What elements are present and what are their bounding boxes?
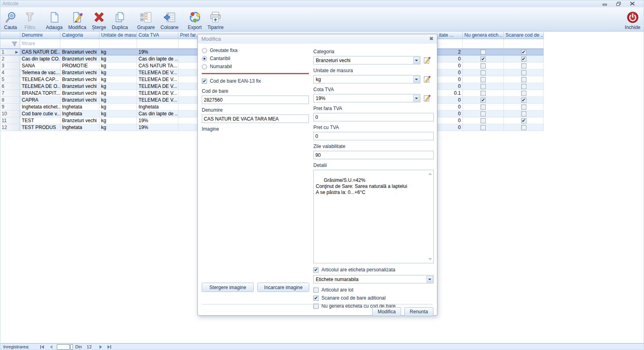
scanare-checkbox[interactable]: ✔ [521,104,526,110]
row-number: 10 [2,111,18,117]
filter-input[interactable] [60,39,99,48]
ean13-checkbox-row[interactable]: ✔ Cod de bare EAN-13 fix [202,77,309,85]
toolbar-button-duplica[interactable]: Duplica [109,8,130,31]
scanare-checkbox[interactable]: ✔ [521,77,526,82]
previous-record-icon[interactable] [48,344,54,349]
next-record-icon[interactable] [97,344,104,349]
column-header-scanare[interactable]: Scanare cod de ... [504,32,544,39]
pret-cu-tva-input[interactable]: 0 [313,132,434,140]
toolbar-button-sterge[interactable]: Șterge [89,8,109,31]
chevron-down-icon[interactable] [413,76,420,83]
filter-input[interactable]: filtrare [20,39,60,48]
nu-genera-checkbox[interactable]: ✔ [480,50,486,55]
categoria-edit-icon[interactable] [423,56,431,65]
first-record-icon[interactable] [39,344,46,349]
restore-icon[interactable] [615,1,622,6]
nu-genera-checkbox[interactable]: ✔ [480,118,486,123]
nu-genera-checkbox[interactable]: ✔ [480,104,486,110]
incarcare-imagine-button[interactable]: Incarcare imagine [257,283,309,292]
column-header-categoria[interactable]: Categoria [60,32,99,39]
filter-input[interactable] [137,39,178,48]
toolbar-button-modifica[interactable]: Modifica [65,8,89,31]
chevron-down-icon[interactable] [427,276,433,283]
toolbar-button-inchide[interactable]: Inchide [622,8,643,31]
chevron-down-icon[interactable] [413,95,420,102]
cota-tva-combo[interactable]: 19% [313,94,420,102]
column-header-unitate[interactable]: Unitate de masura [99,32,137,39]
categoria-combo[interactable]: Branzeturi vechi [313,56,420,65]
modifica-ok-button[interactable]: Modifica [372,307,401,316]
toolbar-button-cauta[interactable]: Cauta [1,8,20,31]
close-icon[interactable] [629,1,636,6]
nu-genera-checkbox[interactable]: ✔ [480,84,486,89]
filter-input[interactable] [99,39,137,48]
scroll-down-icon[interactable] [428,258,432,260]
column-header-denumire[interactable]: Denumire [20,32,60,39]
scanare-checkbox[interactable]: ✔ [521,63,526,69]
nu-genera-checkbox[interactable]: ✔ [480,77,486,82]
articol-lot-checkbox-row[interactable]: ✔ Articolul are lot [313,286,434,294]
cota-tva-edit-icon[interactable] [423,94,431,102]
detalii-textarea[interactable]: Grăsime/S.U.=42% Conţinut de Sare: Sarea… [313,170,434,263]
toolbar-button-grupare[interactable]: Grupare [134,8,157,31]
unitate-label: Unitate de masura [313,68,434,73]
cod-de-bare-input[interactable]: 2827560 [202,96,309,104]
toolbar-label: Tiparire [207,25,224,30]
zile-valabilitate-input[interactable]: 90 [313,151,434,159]
dialog-close-icon[interactable]: ✖ [429,36,433,42]
last-record-icon[interactable] [106,344,113,349]
scanare-checkbox[interactable]: ✔ [521,56,526,62]
nu-genera-checkbox[interactable]: ✔ [480,98,486,103]
red-separator [202,73,309,74]
scanare-checkbox[interactable]: ✔ [521,98,526,103]
unitate-edit-icon[interactable] [423,75,431,83]
stergere-imagine-button[interactable]: Stergere imagine [202,283,254,292]
nu-genera-checkbox[interactable]: ✔ [480,91,486,96]
radio-greutate-fixa[interactable]: Greutate fixa [202,46,309,54]
radio-cantaribil[interactable]: Cantaribil [202,54,309,62]
etichete-combo[interactable]: Etichete numarabila [313,275,434,283]
chevron-down-icon[interactable] [413,57,420,64]
delete-icon [92,10,106,24]
toolbar-button-export[interactable]: Export [185,8,205,31]
renunta-button[interactable]: Renunta [404,307,433,316]
record-number-input[interactable]: 1 [57,344,73,350]
scanare-checkbox[interactable]: ✔ [521,111,526,117]
toolbar-button-adauga[interactable]: Adauga [43,8,65,31]
scanare-checkbox[interactable]: ✔ [521,84,526,89]
column-header-valabilitate[interactable]: itate ... [437,32,463,39]
toolbar-label: Șterge [92,25,106,30]
eticheta-personalizata-checkbox-row[interactable]: ✔ Articolul are eticheta personalizata [313,266,434,274]
minimize-icon[interactable] [601,1,609,6]
nu-genera-checkbox[interactable]: ✔ [480,125,486,130]
scanare-checkbox[interactable]: ✔ [521,50,526,55]
nu-genera-checkbox[interactable]: ✔ [480,63,486,69]
scanare-checkbox[interactable]: ✔ [521,125,526,130]
row-number: 8 [2,97,18,103]
nu-genera-checkbox[interactable]: ✔ [480,111,486,117]
scroll-up-icon[interactable] [428,173,432,175]
nu-genera-checkbox[interactable]: ✔ [480,70,486,75]
cell-unitate: kg [99,62,137,69]
cell-categoria: Branzeturi vechi [60,97,99,104]
toolbar-button-coloane[interactable]: Coloane [157,8,181,31]
toolbar-button-tiparire[interactable]: Tiparire [205,8,226,31]
column-header-nu-genera[interactable]: Nu genera etich... [463,32,504,39]
filter-input[interactable] [504,39,544,48]
scanare-aditional-checkbox-row[interactable]: ✔ Scanare cod de bare aditional [313,294,434,302]
scanare-checkbox[interactable]: ✔ [521,70,526,75]
scanare-checkbox[interactable]: ✔ [521,118,526,123]
column-header-cota-tva[interactable]: Cota TVA [137,32,178,39]
dialog-titlebar[interactable]: Modifica ✖ [198,34,437,44]
filter-input[interactable] [437,39,463,48]
toolbar: Cauta Filtru Adauga Modifica Șterge Dupl… [0,7,644,31]
toolbar-label: Duplica [112,25,128,30]
scanare-checkbox[interactable]: ✔ [521,91,526,96]
nu-genera-checkbox[interactable]: ✔ [480,56,486,62]
toolbar-button-filtru[interactable]: Filtru [20,8,39,31]
denumire-input[interactable]: CAS NATUR DE VACA TARA MEA [202,115,309,123]
pret-fara-tva-input[interactable]: 0 [313,113,434,121]
radio-numarabil[interactable]: Numarabil [202,62,309,71]
unitate-combo[interactable]: kg [313,75,420,83]
filter-input[interactable] [463,39,504,48]
